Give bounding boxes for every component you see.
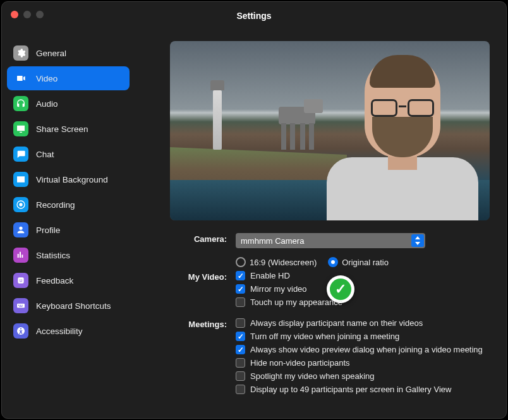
checkbox-icon xyxy=(236,345,245,354)
minimize-window-button[interactable] xyxy=(23,11,31,18)
camera-select[interactable]: mmhmm Camera xyxy=(236,233,425,248)
chat-icon xyxy=(13,147,28,162)
checkbox-touch-up-my-appearance[interactable]: Touch up my appearance xyxy=(236,297,342,307)
checkbox-spotlight-my-video-when-speaking[interactable]: Spotlight my video when speaking xyxy=(236,371,483,381)
sidebar-item-label: Audio xyxy=(36,99,58,109)
sidebar-item-label: Chat xyxy=(36,150,54,159)
accessibility-icon xyxy=(13,323,28,339)
sidebar-item-label: Statistics xyxy=(36,251,70,260)
close-window-button[interactable] xyxy=(11,11,18,18)
checkbox-label: Hide non-video participants xyxy=(250,358,350,368)
checkbox-icon xyxy=(236,297,245,307)
feedback-icon xyxy=(13,273,28,288)
checkbox-label: Turn off my video when joining a meeting xyxy=(250,332,399,341)
gear-icon xyxy=(13,45,28,61)
checkbox-icon xyxy=(236,271,245,280)
sidebar-item-statistics[interactable]: Statistics xyxy=(7,243,130,267)
svg-point-4 xyxy=(21,280,23,281)
sidebar-item-audio[interactable]: Audio xyxy=(7,92,130,116)
checkbox-enable-hd[interactable]: Enable HD xyxy=(236,271,342,280)
svg-rect-6 xyxy=(18,305,19,306)
sidebar-item-virtual-background[interactable]: Virtual Background xyxy=(7,167,130,191)
aspect-original-radio[interactable]: Original ratio xyxy=(328,257,389,267)
sidebar-item-label: Accessibility xyxy=(36,327,83,336)
virtual-bg-icon xyxy=(13,172,28,187)
sidebar-item-label: Share Screen xyxy=(36,124,88,134)
window-controls xyxy=(11,11,44,18)
sidebar-item-general[interactable]: General xyxy=(7,41,130,65)
share-screen-icon xyxy=(13,121,28,136)
aspect-widescreen-radio[interactable]: 16:9 (Widescreen) xyxy=(236,257,317,267)
checkbox-icon xyxy=(236,371,245,381)
sidebar-item-label: Recording xyxy=(36,200,75,210)
checkbox-label: Touch up my appearance xyxy=(250,297,342,307)
svg-rect-9 xyxy=(19,306,22,307)
sidebar-item-label: Profile xyxy=(36,225,60,235)
sidebar: GeneralVideoAudioShare ScreenChatVirtual… xyxy=(2,30,135,418)
keyboard-icon xyxy=(13,298,28,313)
checkbox-label: Display up to 49 participants per screen… xyxy=(250,385,451,394)
statistics-icon xyxy=(13,248,28,263)
select-arrows-icon xyxy=(411,234,424,247)
checkbox-label: Always display participant name on their… xyxy=(250,318,423,328)
checkbox-mirror-my-video[interactable]: Mirror my video✓ xyxy=(236,284,342,294)
meetings-label: Meetings: xyxy=(170,318,227,329)
checkbox-always-display-participant-name-on-their-videos[interactable]: Always display participant name on their… xyxy=(236,318,483,328)
headphones-icon xyxy=(13,96,28,111)
radio-label: 16:9 (Widescreen) xyxy=(250,258,317,267)
camera-label: Camera: xyxy=(170,233,227,244)
checkbox-icon xyxy=(236,332,245,341)
checkbox-turn-off-my-video-when-joining-a-meeting[interactable]: Turn off my video when joining a meeting xyxy=(236,332,483,341)
sidebar-item-label: Video xyxy=(36,74,57,83)
profile-icon xyxy=(13,222,28,237)
window-title: Settings xyxy=(236,11,271,21)
sidebar-item-label: Feedback xyxy=(36,276,73,285)
camera-selected-value: mmhmm Camera xyxy=(241,236,304,246)
sidebar-item-feedback[interactable]: Feedback xyxy=(7,268,130,292)
video-icon xyxy=(13,71,28,86)
sidebar-item-share-screen[interactable]: Share Screen xyxy=(7,117,130,141)
sidebar-item-video[interactable]: Video xyxy=(7,66,130,90)
sidebar-item-label: Virtual Background xyxy=(36,175,108,184)
svg-rect-8 xyxy=(21,305,22,306)
settings-window: Settings GeneralVideoAudioShare ScreenCh… xyxy=(1,1,507,419)
radio-label: Original ratio xyxy=(342,258,389,267)
checkbox-hide-non-video-participants[interactable]: Hide non-video participants xyxy=(236,358,483,368)
checkbox-icon xyxy=(236,358,245,368)
my-video-label: My Video: xyxy=(170,271,227,282)
checkbox-label: Enable HD xyxy=(250,271,290,280)
checkbox-label: Mirror my video xyxy=(250,284,307,294)
checkbox-label: Spotlight my video when speaking xyxy=(250,371,375,381)
checkbox-icon xyxy=(236,318,245,328)
zoom-window-button[interactable] xyxy=(36,11,44,18)
sidebar-item-profile[interactable]: Profile xyxy=(7,218,130,242)
svg-rect-7 xyxy=(20,305,21,306)
checkbox-display-up-to-49-participants-per-screen-in-gallery-view[interactable]: Display up to 49 participants per screen… xyxy=(236,385,483,394)
checkbox-always-show-video-preview-dialog-when-joining-a-video-meeting[interactable]: Always show video preview dialog when jo… xyxy=(236,345,483,354)
svg-point-3 xyxy=(20,280,21,281)
radio-icon xyxy=(236,257,246,267)
svg-point-11 xyxy=(20,328,21,330)
sidebar-item-keyboard-shortcuts[interactable]: Keyboard Shortcuts xyxy=(7,294,130,318)
content-pane: Camera: mmhmm Camera 16:9 (Widescreen) xyxy=(135,30,506,418)
checkbox-label: Always show video preview dialog when jo… xyxy=(250,345,483,354)
svg-rect-2 xyxy=(18,277,23,283)
check-icon: ✓ xyxy=(330,279,351,300)
recording-icon xyxy=(13,197,28,212)
svg-point-1 xyxy=(19,203,22,206)
sidebar-item-chat[interactable]: Chat xyxy=(7,142,130,166)
sidebar-item-label: General xyxy=(36,49,66,58)
checkbox-icon xyxy=(236,284,245,294)
video-preview xyxy=(170,41,490,220)
checkbox-icon xyxy=(236,385,245,394)
sidebar-item-accessibility[interactable]: Accessibility xyxy=(7,319,130,343)
sidebar-item-label: Keyboard Shortcuts xyxy=(36,301,111,311)
titlebar: Settings xyxy=(2,2,506,30)
sidebar-item-recording[interactable]: Recording xyxy=(7,193,130,217)
radio-icon xyxy=(328,257,338,267)
